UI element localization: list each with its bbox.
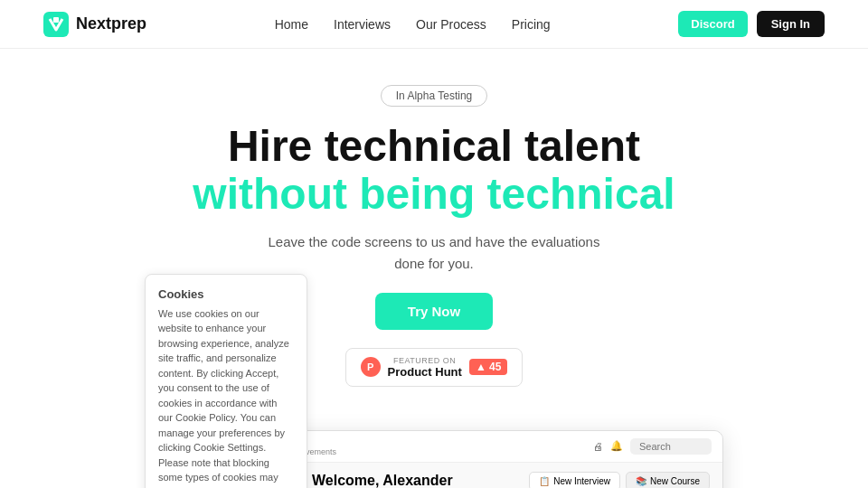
ph-p: P bbox=[367, 361, 373, 372]
hero-headline: Hire technical talent without being tech… bbox=[18, 123, 850, 219]
bell-icon[interactable]: 🔔 bbox=[610, 440, 623, 452]
discord-button[interactable]: Discord bbox=[678, 11, 747, 37]
main-header: Welcome, Alexander 📋 New Interview 📚 New… bbox=[312, 472, 710, 488]
nav-actions: Discord Sign In bbox=[678, 11, 825, 37]
new-course-icon: 📚 bbox=[636, 476, 646, 486]
hero-section: In Alpha Testing Hire technical talent w… bbox=[0, 49, 868, 430]
ph-text: FEATURED ON Product Hunt bbox=[388, 356, 462, 379]
ph-count: ▲ 45 bbox=[469, 359, 508, 375]
ph-featured-label: FEATURED ON bbox=[388, 356, 462, 365]
svg-rect-0 bbox=[43, 12, 69, 37]
alpha-badge: In Alpha Testing bbox=[381, 85, 488, 107]
cookie-title: Cookies bbox=[158, 287, 294, 301]
print-icon[interactable]: 🖨 bbox=[593, 441, 603, 452]
headline-line2: without being technical bbox=[18, 171, 850, 219]
nav-home[interactable]: Home bbox=[275, 17, 308, 32]
ph-icon: P bbox=[361, 357, 381, 377]
nav-links: Home Interviews Our Process Pricing bbox=[275, 17, 551, 32]
app-main: Welcome, Alexander 📋 New Interview 📚 New… bbox=[299, 463, 722, 488]
nav-interviews[interactable]: Interviews bbox=[334, 17, 391, 32]
logo-icon bbox=[43, 12, 69, 37]
welcome-text: Welcome, Alexander bbox=[312, 473, 453, 488]
product-hunt-badge[interactable]: P FEATURED ON Product Hunt ▲ 45 bbox=[345, 348, 524, 387]
cookie-text: We use cookies on our website to enhance… bbox=[158, 306, 294, 488]
header-actions: 📋 New Interview 📚 New Course bbox=[529, 472, 710, 488]
logo-text: Nextprep bbox=[76, 14, 146, 33]
cookie-banner: Cookies We use cookies on our website to… bbox=[145, 274, 307, 488]
search-input[interactable] bbox=[630, 438, 712, 455]
nav-our-process[interactable]: Our Process bbox=[416, 17, 486, 32]
ph-product-name: Product Hunt bbox=[388, 365, 462, 379]
new-interview-button[interactable]: 📋 New Interview bbox=[529, 472, 620, 488]
new-interview-icon: 📋 bbox=[539, 476, 550, 486]
signin-button[interactable]: Sign In bbox=[757, 11, 825, 37]
svg-rect-1 bbox=[53, 17, 59, 23]
try-now-button[interactable]: Try Now bbox=[375, 293, 493, 330]
ph-arrow: ▲ bbox=[476, 361, 489, 373]
new-interview-label: New Interview bbox=[553, 476, 610, 486]
preview-container: Cookies We use cookies on our website to… bbox=[145, 430, 723, 488]
nav-pricing[interactable]: Pricing bbox=[512, 17, 551, 32]
logo[interactable]: Nextprep bbox=[43, 12, 146, 37]
headline-line1: Hire technical talent bbox=[18, 123, 850, 171]
hero-subtext: Leave the code screens to us and have th… bbox=[262, 231, 606, 275]
titlebar-right: 🖨 🔔 bbox=[593, 438, 712, 455]
navbar: Nextprep Home Interviews Our Process Pri… bbox=[0, 0, 868, 49]
new-course-label: New Course bbox=[650, 476, 700, 486]
new-course-button[interactable]: 📚 New Course bbox=[626, 472, 710, 488]
